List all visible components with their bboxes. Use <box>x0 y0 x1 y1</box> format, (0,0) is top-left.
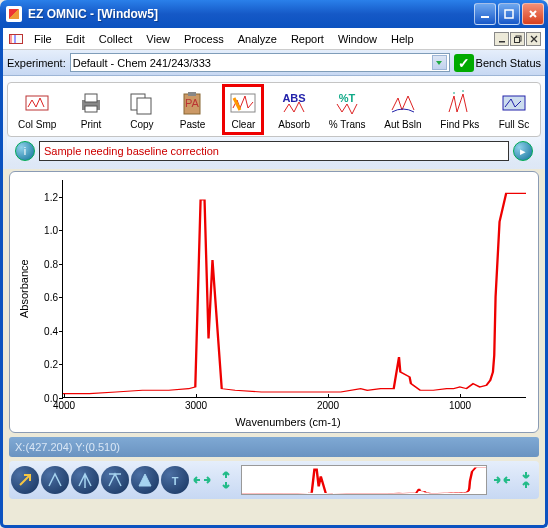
info-right-icon[interactable]: ▸ <box>513 141 533 161</box>
document-icon <box>8 31 24 47</box>
nav-arrow-icon[interactable] <box>11 466 39 494</box>
y-axis-label: Absorbance <box>16 180 32 398</box>
svg-text:%T: %T <box>339 92 356 104</box>
menu-view[interactable]: View <box>139 31 177 47</box>
svg-rect-5 <box>26 96 48 110</box>
toolbar-copy-button[interactable]: Copy <box>124 87 160 132</box>
peak-up-icon[interactable] <box>41 466 69 494</box>
mdi-minimize-button[interactable] <box>494 32 509 46</box>
bench-status[interactable]: ✓ Bench Status <box>454 54 541 72</box>
toolbar-wrap: Col SmpPrintCopyPAPasteClearABSAbsorb%T%… <box>3 76 545 169</box>
svg-rect-0 <box>481 16 489 18</box>
x-axis-label: Wavenumbers (cm-1) <box>50 416 526 428</box>
svg-rect-2 <box>499 41 505 43</box>
svg-rect-14 <box>231 94 255 112</box>
toolbar-print-button[interactable]: Print <box>73 87 109 132</box>
x-axis: 4000300020001000 <box>64 398 526 414</box>
svg-rect-8 <box>85 106 97 112</box>
peak-line-icon[interactable] <box>71 466 99 494</box>
copy-icon <box>126 89 158 117</box>
toolbar-clear-button[interactable]: Clear <box>222 84 264 135</box>
minimize-button[interactable] <box>474 3 496 25</box>
menu-analyze[interactable]: Analyze <box>231 31 284 47</box>
check-icon: ✓ <box>454 54 474 72</box>
peak-mirror-icon[interactable] <box>101 466 129 494</box>
info-left-icon[interactable]: i <box>15 141 35 161</box>
app-icon <box>6 6 22 22</box>
message-row: i Sample needing baseline correction ▸ <box>7 137 541 165</box>
col-smp-icon <box>21 89 53 117</box>
experiment-combo[interactable]: Default - Chem 241/243/333 <box>70 53 450 72</box>
print-icon <box>75 89 107 117</box>
clear-icon <box>227 89 259 117</box>
h-collapse-icon[interactable] <box>491 469 513 491</box>
peak-fill-icon[interactable] <box>131 466 159 494</box>
menu-file[interactable]: File <box>27 31 59 47</box>
svg-rect-19 <box>503 96 525 110</box>
svg-rect-10 <box>137 98 151 114</box>
bench-label: Bench Status <box>476 57 541 69</box>
toolbar-pct-trans-button[interactable]: %T% Trans <box>327 87 368 132</box>
h-expand-icon[interactable] <box>191 469 213 491</box>
chart-frame: Absorbance 0.00.20.40.60.81.01.2 4000300… <box>9 171 539 433</box>
menu-edit[interactable]: Edit <box>59 31 92 47</box>
svg-text:ABS: ABS <box>282 92 305 104</box>
mdi-close-button[interactable] <box>526 32 541 46</box>
toolbar-absorb-button[interactable]: ABSAbsorb <box>276 87 312 132</box>
svg-rect-12 <box>188 92 196 96</box>
experiment-label: Experiment: <box>7 57 66 69</box>
window-buttons <box>474 3 544 25</box>
toolbar-paste-button[interactable]: PAPaste <box>175 87 211 132</box>
status-bar: X:(427.204) Y:(0.510) <box>9 437 539 457</box>
aut-bsln-icon <box>387 89 419 117</box>
menu-process[interactable]: Process <box>177 31 231 47</box>
paste-icon: PA <box>177 89 209 117</box>
text-tool-icon[interactable]: T <box>161 466 189 494</box>
message-box: Sample needing baseline correction <box>39 141 509 161</box>
experiment-value: Default - Chem 241/243/333 <box>73 57 432 69</box>
menu-collect[interactable]: Collect <box>92 31 140 47</box>
v-expand-icon[interactable] <box>215 469 237 491</box>
toolbar: Col SmpPrintCopyPAPasteClearABSAbsorb%T%… <box>7 82 541 137</box>
title-bar: EZ OMNIC - [Window5] <box>0 0 548 28</box>
svg-rect-1 <box>505 10 513 18</box>
plot-area[interactable] <box>62 180 526 398</box>
svg-rect-7 <box>85 94 97 102</box>
v-collapse-icon[interactable] <box>515 469 537 491</box>
maximize-button[interactable] <box>498 3 520 25</box>
cursor-readout: X:(427.204) Y:(0.510) <box>15 441 120 453</box>
toolbar-aut-bsln-button[interactable]: Aut Bsln <box>382 87 423 132</box>
menu-report[interactable]: Report <box>284 31 331 47</box>
menu-help[interactable]: Help <box>384 31 421 47</box>
toolbar-full-sc-button[interactable]: Full Sc <box>496 87 532 132</box>
bottom-toolbar: T <box>9 461 539 499</box>
chevron-down-icon[interactable] <box>432 55 447 70</box>
overview-plot[interactable] <box>241 465 487 495</box>
pct-trans-icon: %T <box>331 89 363 117</box>
mdi-buttons <box>494 32 541 46</box>
full-sc-icon <box>498 89 530 117</box>
experiment-bar: Experiment: Default - Chem 241/243/333 ✓… <box>3 50 545 76</box>
close-button[interactable] <box>522 3 544 25</box>
svg-rect-4 <box>514 37 519 42</box>
absorb-icon: ABS <box>278 89 310 117</box>
toolbar-find-pks-button[interactable]: Find Pks <box>438 87 481 132</box>
find-pks-icon <box>444 89 476 117</box>
window-title: EZ OMNIC - [Window5] <box>26 7 474 21</box>
mdi-restore-button[interactable] <box>510 32 525 46</box>
y-axis: 0.00.20.40.60.81.01.2 <box>32 180 62 398</box>
menu-bar: FileEditCollectViewProcessAnalyzeReportW… <box>3 28 545 50</box>
window-body: FileEditCollectViewProcessAnalyzeReportW… <box>0 28 548 528</box>
menu-window[interactable]: Window <box>331 31 384 47</box>
svg-text:T: T <box>172 475 179 487</box>
svg-text:PA: PA <box>185 97 200 109</box>
toolbar-col-smp-button[interactable]: Col Smp <box>16 87 58 132</box>
